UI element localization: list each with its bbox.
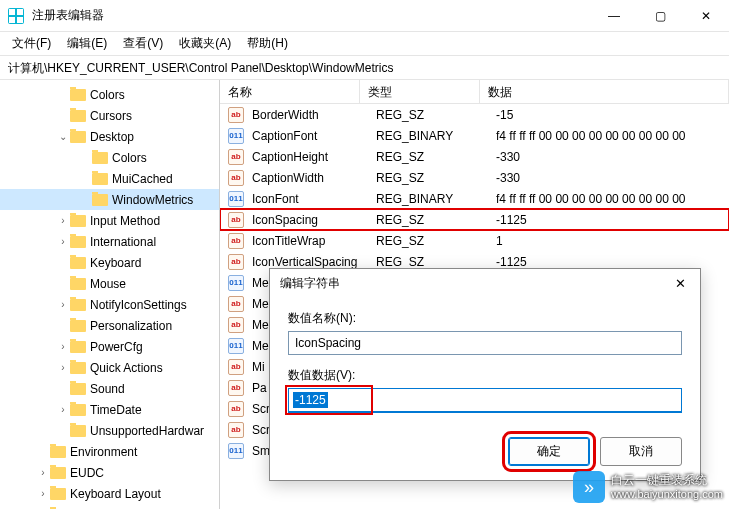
tree-item[interactable]: Sound [0, 378, 219, 399]
watermark: » 白云一键重装系统 www.baiyunxitong.com [573, 471, 723, 503]
cell-type: REG_SZ [372, 234, 492, 248]
menu-help[interactable]: 帮助(H) [239, 32, 296, 55]
value-type-icon: ab [228, 149, 244, 165]
tree-label: NotifyIconSettings [90, 298, 191, 312]
watermark-text: 白云一键重装系统 www.baiyunxitong.com [611, 474, 723, 499]
col-header-name[interactable]: 名称 [220, 80, 360, 103]
tree-item[interactable]: ›PowerCfg [0, 336, 219, 357]
dialog-buttons: 确定 取消 [288, 437, 682, 466]
tree-label: Colors [90, 88, 129, 102]
cell-type: REG_SZ [372, 108, 492, 122]
tree-item[interactable]: ⌄Desktop [0, 126, 219, 147]
tree-item[interactable]: Environment [0, 441, 219, 462]
tree-pane[interactable]: ColorsCursors⌄DesktopColorsMuiCachedWind… [0, 80, 220, 509]
folder-icon [92, 173, 108, 185]
tree-item[interactable]: ›EUDC [0, 462, 219, 483]
folder-icon [70, 278, 86, 290]
value-data-label: 数值数据(V): [288, 367, 682, 384]
value-type-icon: ab [228, 254, 244, 270]
cell-type: REG_SZ [372, 150, 492, 164]
value-name-label: 数值名称(N): [288, 310, 682, 327]
dialog-close-button[interactable]: ✕ [671, 276, 690, 291]
menu-view[interactable]: 查看(V) [115, 32, 171, 55]
tree-label: WindowMetrics [112, 193, 197, 207]
cell-data: -330 [492, 150, 729, 164]
chevron-icon: › [56, 341, 70, 352]
tree-label: Sound [90, 382, 129, 396]
tree-label: Input Method [90, 214, 164, 228]
cell-name: IconFont [248, 192, 372, 206]
folder-icon [70, 383, 86, 395]
cell-type: REG_SZ [372, 213, 492, 227]
table-row[interactable]: abBorderWidthREG_SZ-15 [220, 104, 729, 125]
tree-item[interactable]: Colors [0, 147, 219, 168]
ok-button[interactable]: 确定 [508, 437, 590, 466]
value-type-icon: ab [228, 317, 244, 333]
cancel-button[interactable]: 取消 [600, 437, 682, 466]
chevron-icon: › [36, 467, 50, 478]
tree-label: Personalization [90, 319, 176, 333]
tree-item[interactable]: MuiCached [0, 168, 219, 189]
tree-label: Desktop [90, 130, 138, 144]
address-bar[interactable]: 计算机\HKEY_CURRENT_USER\Control Panel\Desk… [0, 56, 729, 80]
tree-item[interactable]: ›International [0, 231, 219, 252]
folder-icon [50, 446, 66, 458]
tree-item[interactable]: Keyboard [0, 252, 219, 273]
table-row[interactable]: abIconSpacingREG_SZ-1125 [220, 209, 729, 230]
value-name-input[interactable] [288, 331, 682, 355]
cell-type: REG_BINARY [372, 129, 492, 143]
menubar: 文件(F) 编辑(E) 查看(V) 收藏夹(A) 帮助(H) [0, 32, 729, 56]
tree-label: UnsupportedHardwar [90, 424, 208, 438]
table-row[interactable]: 011CaptionFontREG_BINARYf4 ff ff ff 00 0… [220, 125, 729, 146]
value-type-icon: ab [228, 359, 244, 375]
chevron-icon: › [56, 404, 70, 415]
tree-item[interactable]: ›Input Method [0, 210, 219, 231]
maximize-button[interactable]: ▢ [637, 0, 683, 32]
tree-item[interactable]: ›Keyboard Layout [0, 483, 219, 504]
tree-item[interactable]: ›NotifyIconSettings [0, 294, 219, 315]
tree-item[interactable]: ›TimeDate [0, 399, 219, 420]
close-button[interactable]: ✕ [683, 0, 729, 32]
value-data-input[interactable]: -1125 [288, 388, 682, 413]
folder-icon [70, 404, 86, 416]
tree-item[interactable]: ›Quick Actions [0, 357, 219, 378]
minimize-button[interactable]: ― [591, 0, 637, 32]
tree-label: Environment [70, 445, 141, 459]
window-title: 注册表编辑器 [32, 7, 591, 24]
tree-item[interactable]: Mouse [0, 273, 219, 294]
folder-icon [92, 194, 108, 206]
value-type-icon: ab [228, 212, 244, 228]
cell-data: f4 ff ff ff 00 00 00 00 00 00 00 00 00 [492, 192, 729, 206]
watermark-line2: www.baiyunxitong.com [611, 488, 723, 500]
folder-icon [70, 131, 86, 143]
folder-icon [70, 236, 86, 248]
table-row[interactable]: abIconTitleWrapREG_SZ1 [220, 230, 729, 251]
col-header-type[interactable]: 类型 [360, 80, 480, 103]
tree-item[interactable]: Cursors [0, 105, 219, 126]
dialog-title-text: 编辑字符串 [280, 275, 340, 292]
col-header-data[interactable]: 数据 [480, 80, 729, 103]
dialog-body: 数值名称(N): 数值数据(V): -1125 确定 取消 [270, 298, 700, 480]
table-row[interactable]: 011IconFontREG_BINARYf4 ff ff ff 00 00 0… [220, 188, 729, 209]
cell-name: CaptionFont [248, 129, 372, 143]
menu-edit[interactable]: 编辑(E) [59, 32, 115, 55]
tree-item[interactable]: Personalization [0, 315, 219, 336]
menu-favorites[interactable]: 收藏夹(A) [171, 32, 239, 55]
folder-icon [70, 362, 86, 374]
tree-item[interactable]: ›Network [0, 504, 219, 509]
tree-item[interactable]: WindowMetrics [0, 189, 219, 210]
table-row[interactable]: abCaptionHeightREG_SZ-330 [220, 146, 729, 167]
tree-label: International [90, 235, 160, 249]
folder-icon [70, 89, 86, 101]
table-row[interactable]: abCaptionWidthREG_SZ-330 [220, 167, 729, 188]
list-header: 名称 类型 数据 [220, 80, 729, 104]
value-data-selection: -1125 [293, 392, 328, 408]
tree-label: Colors [112, 151, 151, 165]
menu-file[interactable]: 文件(F) [4, 32, 59, 55]
folder-icon [92, 152, 108, 164]
tree-item[interactable]: Colors [0, 84, 219, 105]
edit-string-dialog: 编辑字符串 ✕ 数值名称(N): 数值数据(V): -1125 确定 取消 [269, 268, 701, 481]
watermark-line1: 白云一键重装系统 [611, 474, 723, 487]
tree-item[interactable]: UnsupportedHardwar [0, 420, 219, 441]
watermark-logo-icon: » [573, 471, 605, 503]
